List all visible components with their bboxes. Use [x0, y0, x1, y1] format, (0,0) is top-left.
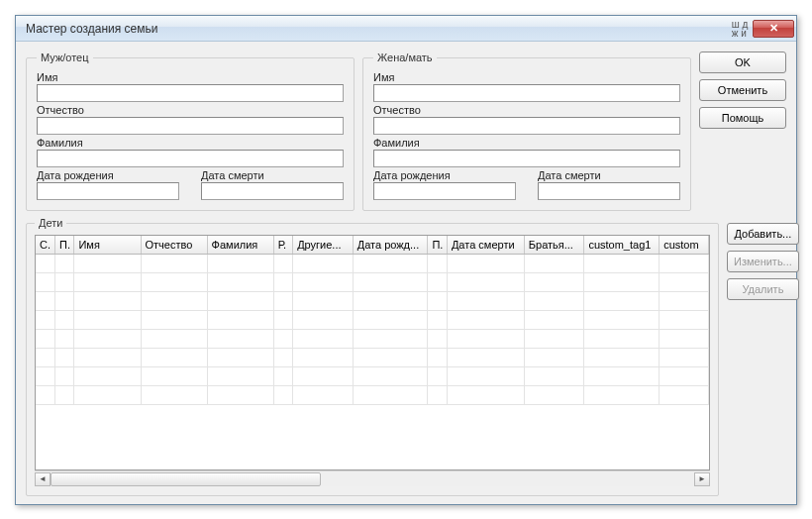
table-cell[interactable]: [207, 330, 273, 349]
scroll-thumb[interactable]: [51, 472, 321, 486]
table-cell[interactable]: [660, 330, 709, 349]
table-cell[interactable]: [660, 273, 709, 292]
table-cell[interactable]: [353, 255, 428, 273]
table-cell[interactable]: [141, 349, 207, 367]
column-header[interactable]: custom_tag1: [584, 236, 660, 255]
table-row[interactable]: [36, 349, 709, 367]
table-row[interactable]: [36, 386, 709, 405]
column-header[interactable]: Дата рожд...: [353, 236, 428, 255]
table-row[interactable]: [36, 367, 709, 386]
scroll-right-arrow[interactable]: ►: [694, 472, 710, 486]
table-cell[interactable]: [447, 311, 524, 330]
table-cell[interactable]: [447, 255, 524, 273]
table-cell[interactable]: [524, 330, 584, 349]
table-cell[interactable]: [584, 367, 660, 386]
husband-birth-input[interactable]: [37, 182, 179, 200]
table-cell[interactable]: [74, 349, 141, 367]
table-cell[interactable]: [428, 330, 447, 349]
table-cell[interactable]: [353, 349, 428, 367]
add-child-button[interactable]: Добавить...: [727, 223, 799, 245]
table-cell[interactable]: [74, 367, 141, 386]
table-cell[interactable]: [54, 386, 73, 405]
wife-name-input[interactable]: [373, 84, 680, 102]
table-cell[interactable]: [428, 292, 447, 311]
table-cell[interactable]: [524, 367, 584, 386]
table-cell[interactable]: [54, 273, 73, 292]
column-header[interactable]: П.: [428, 236, 447, 255]
table-cell[interactable]: [273, 386, 292, 405]
table-cell[interactable]: [524, 292, 584, 311]
wife-death-input[interactable]: [538, 182, 680, 200]
husband-death-input[interactable]: [201, 182, 344, 200]
column-header[interactable]: Другие...: [293, 236, 354, 255]
table-cell[interactable]: [353, 367, 428, 386]
close-button[interactable]: ✕: [753, 20, 794, 38]
table-cell[interactable]: [293, 311, 354, 330]
table-cell[interactable]: [273, 292, 292, 311]
table-cell[interactable]: [207, 349, 273, 367]
ok-button[interactable]: OK: [699, 52, 786, 73]
table-cell[interactable]: [353, 330, 428, 349]
table-cell[interactable]: [141, 386, 207, 405]
table-cell[interactable]: [447, 330, 524, 349]
wife-patronymic-input[interactable]: [373, 117, 680, 135]
table-cell[interactable]: [447, 273, 524, 292]
table-cell[interactable]: [447, 292, 524, 311]
table-cell[interactable]: [353, 292, 428, 311]
cancel-button[interactable]: Отменить: [699, 79, 786, 101]
table-cell[interactable]: [660, 367, 709, 386]
table-cell[interactable]: [584, 292, 660, 311]
table-cell[interactable]: [293, 349, 354, 367]
column-header[interactable]: Отчество: [141, 236, 207, 255]
table-cell[interactable]: [293, 367, 354, 386]
table-row[interactable]: [36, 255, 709, 273]
table-cell[interactable]: [584, 330, 660, 349]
table-cell[interactable]: [660, 292, 709, 311]
column-header[interactable]: П.: [54, 236, 73, 255]
scroll-left-arrow[interactable]: ◄: [35, 472, 51, 486]
table-cell[interactable]: [428, 349, 447, 367]
table-cell[interactable]: [54, 367, 73, 386]
help-button[interactable]: Помощь: [699, 107, 786, 129]
table-cell[interactable]: [428, 255, 447, 273]
table-cell[interactable]: [36, 367, 54, 386]
table-cell[interactable]: [36, 386, 54, 405]
table-cell[interactable]: [273, 273, 292, 292]
table-cell[interactable]: [353, 386, 428, 405]
table-cell[interactable]: [54, 349, 73, 367]
table-cell[interactable]: [207, 292, 273, 311]
table-cell[interactable]: [524, 386, 584, 405]
table-cell[interactable]: [54, 255, 73, 273]
table-cell[interactable]: [36, 330, 54, 349]
table-cell[interactable]: [207, 311, 273, 330]
table-cell[interactable]: [207, 255, 273, 273]
table-cell[interactable]: [524, 273, 584, 292]
table-cell[interactable]: [141, 311, 207, 330]
column-header[interactable]: custom: [660, 236, 709, 255]
table-cell[interactable]: [273, 255, 292, 273]
table-cell[interactable]: [74, 330, 141, 349]
table-cell[interactable]: [660, 255, 709, 273]
table-cell[interactable]: [293, 255, 354, 273]
table-cell[interactable]: [74, 255, 141, 273]
column-header[interactable]: Братья...: [524, 236, 584, 255]
table-cell[interactable]: [54, 311, 73, 330]
table-cell[interactable]: [524, 349, 584, 367]
edit-child-button[interactable]: Изменить...: [727, 251, 799, 272]
table-cell[interactable]: [660, 386, 709, 405]
children-grid[interactable]: С.П.ИмяОтчествоФамилияР.Другие...Дата ро…: [35, 235, 710, 470]
table-cell[interactable]: [584, 311, 660, 330]
husband-name-input[interactable]: [37, 84, 344, 102]
table-cell[interactable]: [447, 349, 524, 367]
table-cell[interactable]: [428, 367, 447, 386]
column-header[interactable]: С.: [36, 236, 54, 255]
table-cell[interactable]: [74, 386, 141, 405]
table-row[interactable]: [36, 292, 709, 311]
wife-birth-input[interactable]: [373, 182, 516, 200]
table-cell[interactable]: [141, 330, 207, 349]
table-cell[interactable]: [141, 292, 207, 311]
husband-patronymic-input[interactable]: [37, 117, 344, 135]
wife-surname-input[interactable]: [373, 150, 680, 167]
table-cell[interactable]: [54, 330, 73, 349]
table-cell[interactable]: [584, 386, 660, 405]
